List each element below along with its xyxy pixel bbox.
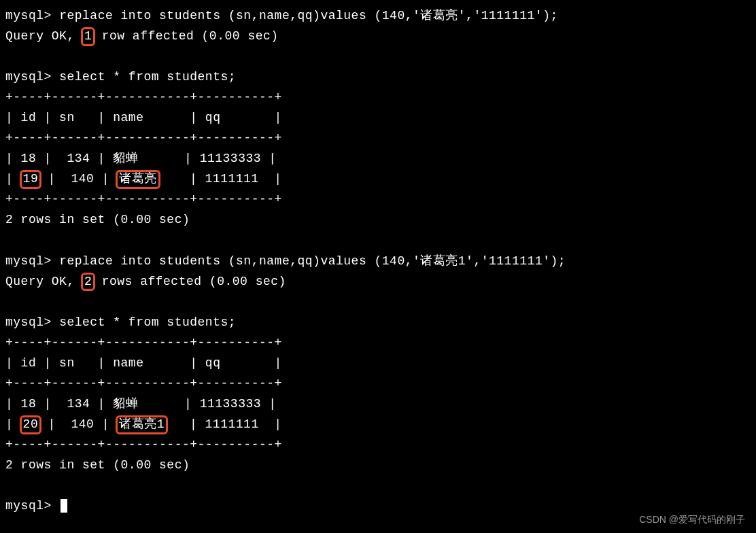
sql-select-1: select * from students; — [59, 70, 236, 84]
blank-line — [5, 475, 751, 496]
prompt: mysql> — [5, 315, 52, 329]
table-separator: +----+------+-----------+----------+ — [5, 128, 751, 148]
result-summary: 2 rows in set (0.00 sec) — [5, 455, 751, 475]
result-post: row affected (0.00 sec) — [94, 29, 278, 43]
name-replaced: 诸葛亮1 — [116, 415, 168, 434]
table-row: | 19 | 140 | 诸葛亮 | 1111111 | — [5, 169, 751, 189]
table-row: | 18 | 134 | 貂蝉 | 11133333 | — [5, 394, 751, 414]
table-separator: +----+------+-----------+----------+ — [5, 189, 751, 209]
table-header: | id | sn | name | qq | — [5, 353, 751, 373]
prompt: mysql> — [5, 9, 52, 22]
table-separator: +----+------+-----------+----------+ — [5, 373, 751, 394]
prompt: mysql> — [5, 254, 52, 268]
watermark: CSDN @爱写代码的刚子 — [639, 512, 745, 528]
result-line-1: Query OK, 1 row affected (0.00 sec) — [5, 26, 751, 46]
id-inserted: 19 — [20, 170, 42, 189]
table-header: | id | sn | name | qq | — [5, 107, 751, 128]
mysql-terminal[interactable]: mysql> replace into students (sn,name,qq… — [5, 5, 751, 516]
command-line-3: mysql> replace into students (sn,name,qq… — [5, 251, 751, 271]
result-pre: Query OK, — [5, 275, 82, 288]
cell-suffix: | 1111111 | — [159, 172, 282, 186]
table-separator: +----+------+-----------+----------+ — [5, 434, 751, 455]
sql-replace-1: replace into students (sn,name,qq)values… — [59, 9, 558, 22]
blank-line — [5, 230, 751, 251]
cell-prefix: | — [5, 172, 21, 186]
command-line-2: mysql> select * from students; — [5, 67, 751, 87]
blank-line — [5, 292, 751, 312]
result-line-2: Query OK, 2 rows affected (0.00 sec) — [5, 271, 751, 292]
id-replaced: 20 — [20, 415, 42, 434]
blank-line — [5, 46, 751, 67]
command-line-1: mysql> replace into students (sn,name,qq… — [5, 5, 751, 26]
sql-replace-2: replace into students (sn,name,qq)values… — [59, 254, 566, 268]
cell-suffix: | 1111111 | — [167, 417, 282, 431]
command-line-4: mysql> select * from students; — [5, 312, 751, 332]
prompt: mysql> — [5, 499, 52, 513]
sql-select-2: select * from students; — [59, 315, 236, 329]
cursor — [61, 499, 67, 513]
result-summary: 2 rows in set (0.00 sec) — [5, 209, 751, 230]
name-inserted: 诸葛亮 — [116, 170, 160, 189]
table-row: | 18 | 134 | 貂蝉 | 11133333 | — [5, 148, 751, 169]
table-separator: +----+------+-----------+----------+ — [5, 332, 751, 353]
cell-mid: | 140 | — [40, 172, 117, 186]
prompt: mysql> — [5, 70, 52, 84]
result-post: rows affected (0.00 sec) — [94, 275, 286, 288]
table-row: | 20 | 140 | 诸葛亮1 | 1111111 | — [5, 414, 751, 434]
cell-prefix: | — [5, 417, 21, 431]
table-separator: +----+------+-----------+----------+ — [5, 87, 751, 107]
result-pre: Query OK, — [5, 29, 82, 43]
cell-mid: | 140 | — [40, 417, 117, 431]
